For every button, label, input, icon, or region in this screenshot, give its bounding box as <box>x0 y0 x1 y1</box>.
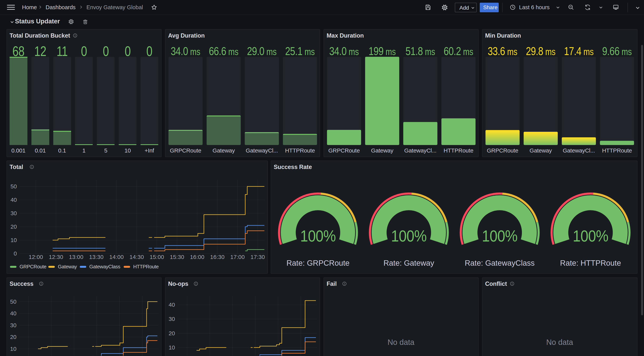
svg-text:15:00: 15:00 <box>150 254 164 260</box>
svg-text:10: 10 <box>169 344 175 351</box>
svg-text:13:30: 13:30 <box>89 254 104 260</box>
svg-text:50: 50 <box>10 298 16 305</box>
svg-text:16:30: 16:30 <box>210 254 224 260</box>
svg-text:40: 40 <box>10 197 17 203</box>
svg-text:30: 30 <box>10 210 17 216</box>
svg-text:16:00: 16:00 <box>190 254 204 260</box>
svg-text:12:00: 12:00 <box>28 254 43 260</box>
svg-text:20: 20 <box>10 223 17 230</box>
svg-text:30: 30 <box>169 316 175 322</box>
svg-text:14:30: 14:30 <box>130 254 144 260</box>
svg-text:15:30: 15:30 <box>170 254 184 260</box>
svg-text:12:30: 12:30 <box>49 254 63 260</box>
svg-text:13:00: 13:00 <box>69 254 84 260</box>
svg-text:20: 20 <box>10 334 16 340</box>
svg-text:17:00: 17:00 <box>230 254 245 260</box>
svg-text:0: 0 <box>14 250 17 257</box>
svg-text:10: 10 <box>10 346 16 352</box>
svg-text:20: 20 <box>169 330 175 336</box>
svg-text:30: 30 <box>10 322 16 328</box>
svg-text:10: 10 <box>10 237 17 243</box>
svg-text:50: 50 <box>10 183 17 190</box>
svg-text:14:00: 14:00 <box>109 254 124 260</box>
svg-text:40: 40 <box>10 310 16 316</box>
svg-text:40: 40 <box>169 301 175 308</box>
